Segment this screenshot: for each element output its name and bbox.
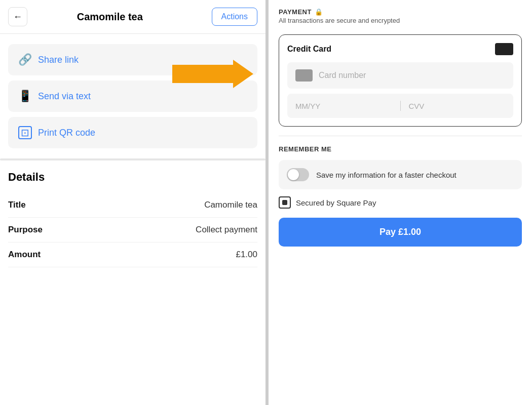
detail-row-title: Title Camomile tea bbox=[8, 193, 257, 218]
cvv-placeholder[interactable]: CVV bbox=[409, 102, 506, 110]
actions-button[interactable]: Actions bbox=[212, 8, 257, 26]
credit-card-label: Credit Card bbox=[287, 45, 331, 54]
page-title: Camomile tea bbox=[33, 11, 186, 23]
card-number-placeholder: Card number bbox=[319, 71, 366, 80]
payment-subtitle: All transactions are secure and encrypte… bbox=[279, 17, 522, 24]
square-pay-icon bbox=[279, 196, 291, 209]
payment-title: PAYMENT bbox=[279, 8, 312, 16]
detail-label-amount: Amount bbox=[8, 250, 41, 260]
square-pay-inner bbox=[282, 200, 287, 205]
credit-card-header: Credit Card bbox=[287, 43, 513, 55]
lock-icon: 🔒 bbox=[315, 8, 323, 16]
send-via-text-icon: 📱 bbox=[18, 90, 32, 103]
remember-me-title: REMEMBER ME bbox=[279, 145, 522, 153]
send-via-text-label: Send via text bbox=[38, 91, 91, 102]
detail-value-amount: £1.00 bbox=[236, 250, 257, 260]
details-section: Details Title Camomile tea Purpose Colle… bbox=[0, 166, 265, 272]
card-expiry-cvv-row: MM/YY CVV bbox=[287, 94, 513, 118]
detail-label-title: Title bbox=[8, 200, 26, 210]
remember-me-box: Save my information for a faster checkou… bbox=[279, 160, 522, 189]
mm-yy-placeholder[interactable]: MM/YY bbox=[295, 102, 392, 110]
print-qr-code-label: Print QR code bbox=[38, 128, 95, 138]
detail-row-purpose: Purpose Collect payment bbox=[8, 218, 257, 242]
pay-button[interactable]: Pay £1.00 bbox=[279, 218, 522, 247]
detail-value-title: Camomile tea bbox=[204, 200, 257, 210]
detail-label-purpose: Purpose bbox=[8, 225, 43, 235]
left-panel: ← Camomile tea Actions 🔗 Share link 📱 Se… bbox=[0, 0, 269, 405]
card-number-row[interactable]: Card number bbox=[287, 62, 513, 89]
hr-divider-1 bbox=[279, 136, 522, 136]
left-header: ← Camomile tea Actions bbox=[0, 0, 265, 34]
card-small-icon bbox=[295, 69, 313, 82]
share-link-label: Share link bbox=[38, 55, 79, 65]
remember-me-section: REMEMBER ME bbox=[279, 145, 522, 153]
actions-section: 🔗 Share link 📱 Send via text ⊡ Print QR … bbox=[0, 34, 265, 153]
payment-header: PAYMENT 🔒 bbox=[279, 8, 522, 16]
section-divider bbox=[0, 158, 265, 160]
credit-card-box: Credit Card Card number MM/YY CVV bbox=[279, 34, 522, 127]
print-qr-code-item[interactable]: ⊡ Print QR code bbox=[8, 117, 257, 148]
cvv-divider bbox=[400, 101, 401, 111]
right-panel: PAYMENT 🔒 All transactions are secure an… bbox=[269, 0, 532, 405]
share-link-icon: 🔗 bbox=[18, 53, 32, 66]
detail-row-amount: Amount £1.00 bbox=[8, 242, 257, 267]
toggle-knob bbox=[288, 169, 299, 180]
secured-row: Secured by Square Pay bbox=[279, 196, 522, 209]
card-type-icon bbox=[495, 43, 513, 55]
print-qr-code-icon: ⊡ bbox=[18, 126, 32, 139]
share-link-item[interactable]: 🔗 Share link bbox=[8, 44, 257, 75]
remember-me-toggle[interactable] bbox=[287, 168, 309, 181]
payment-header-section: PAYMENT 🔒 All transactions are secure an… bbox=[279, 8, 522, 27]
detail-value-purpose: Collect payment bbox=[196, 225, 257, 235]
secured-text: Secured by Square Pay bbox=[296, 198, 376, 207]
details-title: Details bbox=[8, 171, 257, 184]
back-button[interactable]: ← bbox=[8, 7, 27, 26]
remember-me-text: Save my information for a faster checkou… bbox=[316, 171, 457, 179]
send-via-text-item[interactable]: 📱 Send via text bbox=[8, 80, 257, 112]
